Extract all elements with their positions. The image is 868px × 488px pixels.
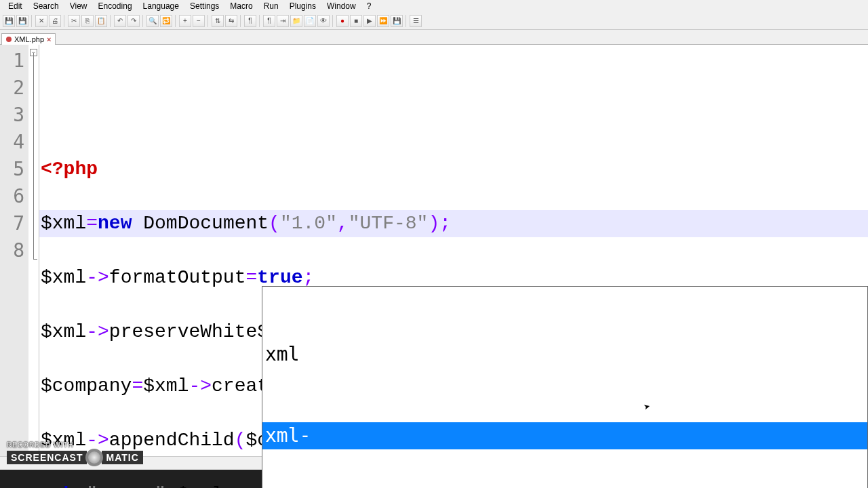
record-icon[interactable]: ●: [336, 15, 349, 27]
wordwrap-icon[interactable]: ¶: [244, 15, 256, 27]
print-icon[interactable]: 🖨: [49, 15, 61, 27]
line-number: 3: [0, 102, 24, 129]
menu-macro[interactable]: Macro: [224, 1, 258, 12]
play-icon[interactable]: ▶: [363, 15, 376, 27]
autocomplete-item[interactable]: xml: [262, 341, 867, 368]
line-number: 7: [0, 210, 24, 237]
undo-icon[interactable]: ↶: [114, 15, 126, 27]
menu-encoding[interactable]: Encoding: [93, 1, 138, 12]
autocomplete-item-selected[interactable]: xml-: [262, 422, 867, 449]
watermark-circle-icon: [85, 449, 103, 466]
autocomplete-popup[interactable]: xml xml- xml_error_string xml_get_curren…: [262, 286, 868, 488]
sync-h-icon[interactable]: ⇆: [225, 15, 237, 27]
watermark-left: SCREENCAST: [7, 451, 87, 464]
code-text[interactable]: <?php $xml=new DomDocument("1.0","UTF-8"…: [39, 45, 868, 458]
line-number: 8: [0, 237, 24, 264]
save-macro-icon[interactable]: 💾: [391, 15, 403, 27]
doc-icon[interactable]: 📄: [304, 15, 316, 27]
folder-icon[interactable]: 📁: [290, 15, 302, 27]
hide-icon[interactable]: 👁: [317, 15, 330, 27]
sync-v-icon[interactable]: ⇅: [212, 15, 224, 27]
modified-icon: [6, 37, 12, 42]
line-number: 2: [0, 75, 24, 102]
fold-margin[interactable]: −: [28, 45, 39, 458]
close-icon[interactable]: ✕: [35, 15, 47, 27]
stop-icon[interactable]: ■: [350, 15, 362, 27]
cut-icon[interactable]: ✂: [68, 15, 80, 27]
copy-icon[interactable]: ⎘: [81, 15, 94, 27]
menu-bar: Edit Search View Encoding Language Setti…: [0, 0, 868, 12]
paste-icon[interactable]: 📋: [95, 15, 107, 27]
menu-settings[interactable]: Settings: [184, 1, 224, 12]
editor-area[interactable]: 1 2 3 4 5 6 7 8 − <?php $xml=new DomDocu…: [0, 45, 868, 458]
show-symbol-icon[interactable]: ¶: [263, 15, 275, 27]
menu-edit[interactable]: Edit: [3, 1, 28, 12]
menu-view[interactable]: View: [64, 1, 93, 12]
line-number: 6: [0, 183, 24, 210]
menu-language[interactable]: Language: [138, 1, 184, 12]
watermark-top: RECORDED WITH: [7, 441, 143, 449]
menu-search[interactable]: Search: [28, 1, 64, 12]
line-gutter: 1 2 3 4 5 6 7 8: [0, 45, 28, 458]
replace-icon[interactable]: 🔁: [160, 15, 172, 27]
indent-icon[interactable]: ⇥: [277, 15, 289, 27]
save-icon[interactable]: 💾: [3, 15, 15, 27]
find-icon[interactable]: 🔍: [146, 15, 159, 27]
menu-plugins[interactable]: Plugins: [284, 1, 321, 12]
misc-icon[interactable]: ☰: [410, 15, 422, 27]
line-number: 1: [0, 47, 24, 75]
save-all-icon[interactable]: 💾: [16, 15, 28, 27]
redo-icon[interactable]: ↷: [127, 15, 140, 27]
watermark-right: MATIC: [102, 451, 142, 464]
zoom-in-icon[interactable]: +: [179, 15, 191, 27]
toolbar: 💾 💾 ✕ 🖨 ✂ ⎘ 📋 ↶ ↷ 🔍 🔁 + − ⇅ ⇆ ¶ ¶ ⇥ 📁 📄 …: [0, 12, 868, 30]
zoom-out-icon[interactable]: −: [193, 15, 205, 27]
tab-bar: XML.php ×: [0, 30, 868, 45]
line-number: 4: [0, 129, 24, 156]
tab-close-icon[interactable]: ×: [47, 35, 51, 43]
watermark: RECORDED WITH SCREENCAST MATIC: [7, 441, 143, 466]
menu-run[interactable]: Run: [258, 1, 284, 12]
tab-label: XML.php: [14, 35, 44, 43]
menu-help[interactable]: ?: [361, 1, 377, 12]
fast-icon[interactable]: ⏩: [377, 15, 389, 27]
menu-window[interactable]: Window: [321, 1, 361, 12]
tab-file[interactable]: XML.php ×: [1, 33, 56, 45]
line-number: 5: [0, 156, 24, 183]
